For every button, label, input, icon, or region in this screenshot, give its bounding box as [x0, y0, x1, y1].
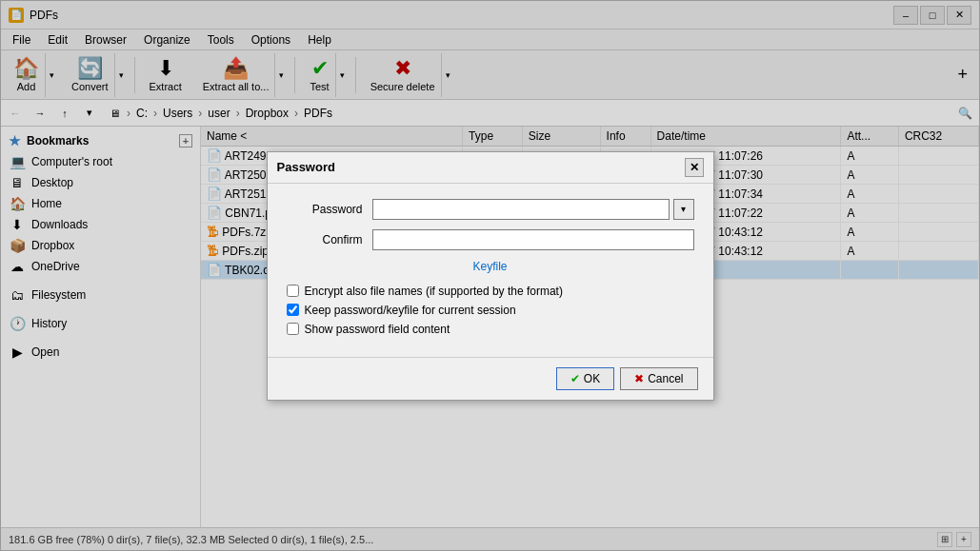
dialog-body: Password ▾ Confirm Keyfile	[268, 184, 713, 357]
confirm-field-row: Confirm	[287, 229, 694, 250]
keep-password-checkbox[interactable]	[287, 304, 299, 316]
dialog-title-text: Password	[277, 160, 335, 174]
ok-label: OK	[584, 372, 600, 385]
keyfile-link[interactable]: Keyfile	[472, 260, 507, 273]
checkbox3-row: Show password field content	[287, 323, 694, 336]
password-label: Password	[287, 203, 363, 216]
cancel-icon: ✖	[634, 372, 644, 385]
confirm-label: Confirm	[287, 233, 363, 246]
main-window: 📄 PDFs – □ ✕ File Edit Browser Organize …	[0, 0, 980, 551]
password-dialog: Password ✕ Password ▾ Confirm	[267, 151, 714, 401]
password-input[interactable]	[372, 199, 670, 220]
checkbox2-row: Keep password/keyfile for current sessio…	[287, 304, 694, 317]
checkbox2-label: Keep password/keyfile for current sessio…	[305, 304, 516, 317]
dialog-close-button[interactable]: ✕	[685, 158, 704, 177]
cancel-button[interactable]: ✖ Cancel	[620, 367, 697, 390]
ok-button[interactable]: ✔ OK	[556, 367, 614, 390]
keyfile-link-wrap: Keyfile	[287, 260, 694, 273]
dialog-overlay: Password ✕ Password ▾ Confirm	[1, 1, 979, 550]
show-password-checkbox[interactable]	[287, 323, 299, 335]
cancel-label: Cancel	[648, 372, 683, 385]
dialog-footer: ✔ OK ✖ Cancel	[268, 357, 713, 400]
dialog-title-bar: Password ✕	[268, 152, 713, 184]
checkbox1-label: Encrypt also file names (if supported by…	[305, 285, 563, 298]
password-dropdown[interactable]: ▾	[673, 199, 694, 220]
ok-icon: ✔	[570, 372, 580, 385]
password-field-row: Password ▾	[287, 199, 694, 220]
confirm-input-wrap	[372, 229, 694, 250]
checkbox1-row: Encrypt also file names (if supported by…	[287, 285, 694, 298]
encrypt-filenames-checkbox[interactable]	[287, 285, 299, 297]
password-input-wrap: ▾	[372, 199, 694, 220]
confirm-input[interactable]	[372, 229, 694, 250]
checkbox3-label: Show password field content	[305, 323, 450, 336]
